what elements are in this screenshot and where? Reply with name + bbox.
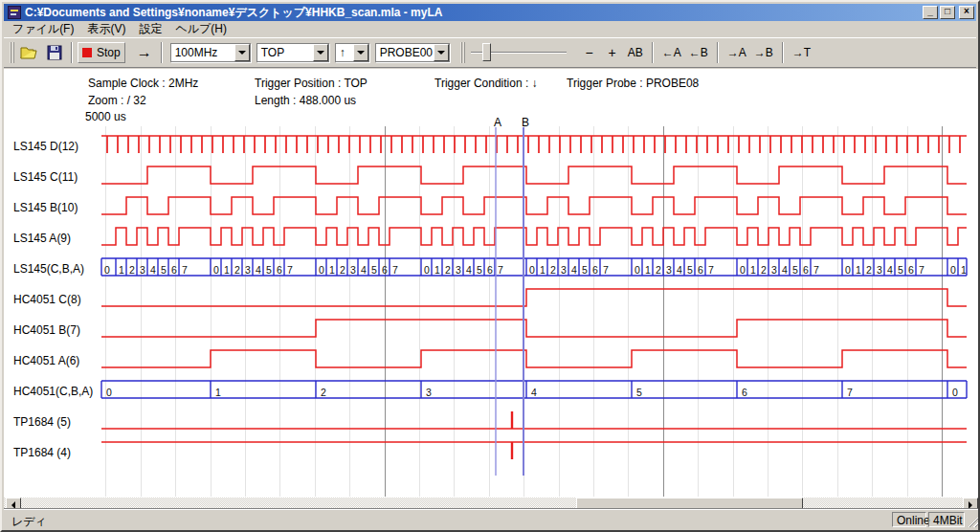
- toolbar-separator: [782, 42, 784, 63]
- svg-text:4: 4: [531, 387, 537, 398]
- waveform-ls145-c-11-: [101, 166, 967, 184]
- svg-text:7: 7: [603, 264, 609, 276]
- close-button[interactable]: ×: [959, 6, 974, 19]
- trigger-position-select[interactable]: TOP: [256, 43, 329, 62]
- svg-text:0: 0: [950, 264, 956, 276]
- maximize-icon: □: [945, 7, 950, 16]
- waveform-tp1684-5-: [101, 411, 967, 429]
- svg-text:5: 5: [266, 264, 272, 276]
- status-bar: レディ Online 4MBit: [4, 509, 980, 528]
- svg-text:2: 2: [234, 264, 240, 276]
- waveform-panel: Sample Clock : 2MHz Trigger Position : T…: [4, 69, 980, 498]
- waveform-hc4051-c-b-a-: 012345670: [101, 381, 967, 398]
- menu-file[interactable]: ファイル(F): [6, 20, 80, 38]
- stop-square-icon: [82, 48, 92, 57]
- toolbar-grip: [460, 42, 465, 63]
- dropdown-arrow-icon[interactable]: [313, 44, 328, 61]
- move-b-left-label: ←B: [689, 46, 708, 59]
- stop-label: Stop: [97, 46, 121, 59]
- svg-text:7: 7: [498, 264, 503, 276]
- save-file-button[interactable]: [43, 42, 66, 63]
- svg-text:1: 1: [750, 264, 756, 276]
- svg-text:7: 7: [813, 264, 819, 276]
- goto-trigger-button[interactable]: →T: [789, 42, 814, 63]
- menu-help[interactable]: ヘルプ(H): [168, 20, 234, 38]
- trigger-position-value: TOP: [257, 44, 313, 61]
- svg-text:4: 4: [466, 264, 472, 276]
- minimize-button[interactable]: _: [923, 6, 938, 19]
- minimize-icon: _: [927, 7, 933, 16]
- svg-text:2: 2: [445, 264, 451, 276]
- trigger-edge-select[interactable]: ↑: [335, 43, 369, 62]
- svg-text:3: 3: [426, 387, 432, 398]
- trigger-probe-value: PROBE00: [376, 44, 434, 61]
- dropdown-arrow-icon[interactable]: [234, 44, 250, 61]
- dropdown-arrow-icon[interactable]: [434, 44, 449, 61]
- svg-text:4: 4: [571, 264, 577, 276]
- waveform-ls145-a-9-: [101, 228, 967, 245]
- zoom-in-label: +: [609, 45, 616, 60]
- svg-text:6: 6: [277, 264, 282, 276]
- zoom-ab-label: AB: [628, 46, 643, 59]
- waveform-hc4051-b-7-: [101, 320, 967, 337]
- waveform-ls145-c-b-a-: 0123456701234567012345670123456701234567…: [101, 258, 967, 276]
- svg-text:1: 1: [224, 264, 230, 276]
- trigger-probe-select[interactable]: PROBE00: [375, 43, 450, 62]
- svg-text:0: 0: [845, 264, 851, 276]
- waveform-hc4051-c-8-: [101, 289, 967, 306]
- svg-text:4: 4: [150, 264, 156, 276]
- svg-text:2: 2: [656, 264, 661, 276]
- svg-text:3: 3: [771, 264, 777, 276]
- zoom-slider[interactable]: [471, 42, 567, 63]
- svg-text:5: 5: [582, 264, 588, 276]
- open-file-button[interactable]: [16, 42, 43, 63]
- zoom-ab-button[interactable]: AB: [624, 42, 647, 63]
- sample-clock-value: 100MHz: [171, 44, 234, 61]
- svg-text:7: 7: [708, 264, 714, 276]
- svg-text:5: 5: [687, 264, 693, 276]
- svg-text:1: 1: [215, 387, 221, 398]
- cursors: [496, 127, 523, 476]
- dropdown-arrow-icon[interactable]: [353, 44, 368, 61]
- svg-text:4: 4: [782, 264, 788, 276]
- svg-text:6: 6: [803, 264, 809, 276]
- sample-clock-select[interactable]: 100MHz: [170, 43, 251, 62]
- run-button[interactable]: →: [133, 42, 156, 63]
- waveform-hc4051-a-6-: [101, 350, 967, 367]
- status-memory: 4MBit: [928, 512, 965, 527]
- menu-view[interactable]: 表示(V): [80, 20, 132, 38]
- status-ready: レディ: [11, 514, 47, 530]
- svg-text:0: 0: [952, 387, 958, 398]
- goto-trigger-label: →T: [792, 46, 811, 59]
- svg-text:1: 1: [329, 264, 335, 276]
- resize-grip[interactable]: [967, 515, 979, 527]
- svg-text:3: 3: [140, 264, 145, 276]
- svg-text:3: 3: [245, 264, 251, 276]
- move-a-right-button[interactable]: →A: [724, 42, 750, 63]
- zoom-in-button[interactable]: +: [601, 42, 624, 63]
- zoom-slider-thumb[interactable]: [482, 43, 491, 61]
- svg-text:1: 1: [434, 264, 440, 276]
- svg-text:7: 7: [847, 387, 853, 398]
- stop-button[interactable]: Stop: [78, 42, 125, 63]
- maximize-button[interactable]: □: [940, 6, 955, 19]
- move-b-left-button[interactable]: ←B: [685, 42, 712, 63]
- move-b-right-button[interactable]: →B: [750, 42, 777, 63]
- move-a-left-button[interactable]: ←A: [658, 42, 685, 63]
- svg-text:2: 2: [321, 387, 326, 398]
- menu-settings[interactable]: 設定: [132, 20, 168, 38]
- toolbar-separator: [161, 42, 163, 63]
- svg-text:5: 5: [792, 264, 798, 276]
- zoom-out-button[interactable]: −: [578, 42, 601, 63]
- move-a-left-label: ←A: [662, 46, 681, 59]
- waveform-ls145-b-10-: [101, 197, 967, 214]
- svg-text:6: 6: [171, 264, 177, 276]
- svg-text:6: 6: [908, 264, 914, 276]
- svg-text:1: 1: [856, 264, 861, 276]
- app-window: C:¥Documents and Settings¥noname¥デスクトップ¥…: [0, 0, 980, 532]
- window-title: C:¥Documents and Settings¥noname¥デスクトップ¥…: [25, 5, 921, 21]
- svg-text:5: 5: [898, 264, 903, 276]
- svg-text:3: 3: [877, 264, 882, 276]
- waveform-tp1684-4-: [101, 442, 967, 459]
- close-icon: ×: [964, 7, 969, 16]
